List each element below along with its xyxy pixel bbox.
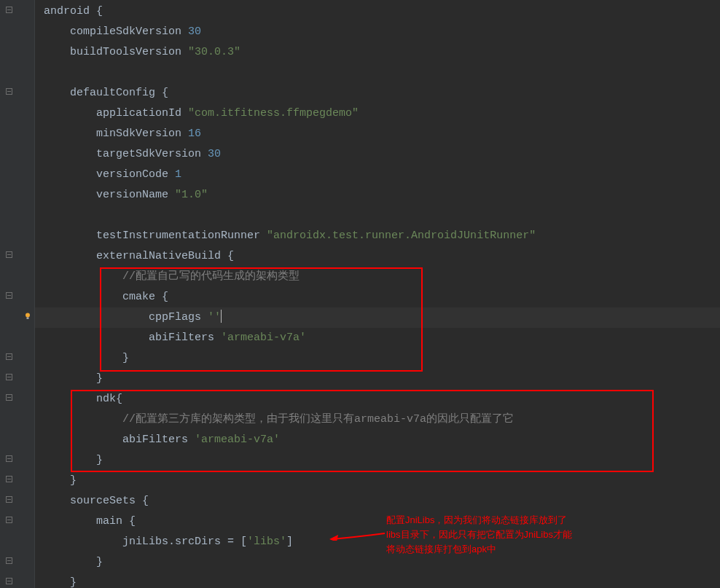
code-line[interactable]: defaultConfig { (35, 83, 720, 103)
fold-toggle-icon[interactable] (6, 353, 12, 360)
code-line[interactable]: abiFilters 'armeabi-v7a' (35, 328, 720, 348)
code-line[interactable]: minSdkVersion 16 (35, 124, 720, 144)
code-line[interactable]: buildToolsVersion "30.0.3" (35, 42, 720, 63)
code-line[interactable] (35, 63, 720, 83)
fold-toggle-icon[interactable] (6, 292, 12, 299)
fold-toggle-icon[interactable] (6, 7, 12, 13)
fold-toggle-icon[interactable] (6, 496, 12, 503)
fold-toggle-icon[interactable] (6, 88, 12, 95)
svg-rect-1 (27, 318, 29, 319)
code-line[interactable]: } (35, 552, 720, 573)
code-line[interactable]: versionCode 1 (35, 165, 720, 185)
code-line[interactable]: android { (35, 1, 720, 22)
code-line[interactable]: } (35, 573, 720, 588)
code-line[interactable]: cmake { (35, 287, 720, 307)
code-line[interactable]: compileSdkVersion 30 (35, 22, 720, 42)
fold-toggle-icon[interactable] (6, 517, 12, 523)
fold-toggle-icon[interactable] (6, 557, 12, 564)
code-editor[interactable]: android { compileSdkVersion 30 buildTool… (35, 0, 720, 588)
fold-toggle-icon[interactable] (6, 374, 12, 380)
annotation-text: 配置JniLibs，因为我们将动态链接库放到了 libs目录下，因此只有把它配置… (386, 513, 572, 557)
fold-toggle-icon[interactable] (6, 476, 12, 482)
fold-toggle-icon[interactable] (6, 394, 12, 401)
code-line[interactable]: targetSdkVersion 30 (35, 144, 720, 165)
fold-toggle-icon[interactable] (6, 455, 12, 462)
text-cursor (221, 310, 222, 323)
editor-gutter (0, 0, 35, 588)
code-line[interactable]: versionName "1.0" (35, 185, 720, 205)
fold-toggle-icon[interactable] (6, 578, 12, 584)
code-line[interactable]: main { (35, 511, 720, 532)
code-line[interactable]: } (35, 348, 720, 369)
code-line[interactable]: //配置自己写的代码生成的架构类型 (35, 267, 720, 287)
code-line[interactable]: } (35, 471, 720, 491)
code-line[interactable]: //配置第三方库的架构类型，由于我们这里只有armeabi-v7a的因此只配置了… (35, 409, 720, 430)
intention-bulb-icon[interactable] (23, 312, 32, 321)
code-line[interactable]: applicationId "com.itfitness.ffmpegdemo" (35, 103, 720, 124)
code-line[interactable]: abiFilters 'armeabi-v7a' (35, 430, 720, 450)
code-line[interactable] (35, 205, 720, 226)
code-line[interactable]: cppFlags '' (35, 307, 720, 328)
code-line[interactable]: externalNativeBuild { (35, 246, 720, 267)
code-line[interactable]: } (35, 369, 720, 389)
code-line[interactable]: ndk{ (35, 389, 720, 409)
code-line[interactable]: testInstrumentationRunner "androidx.test… (35, 226, 720, 246)
svg-point-0 (26, 313, 30, 318)
code-line[interactable]: jniLibs.srcDirs = ['libs'] (35, 532, 720, 552)
code-line[interactable]: sourceSets { (35, 491, 720, 511)
code-line[interactable]: } (35, 450, 720, 471)
fold-toggle-icon[interactable] (6, 251, 12, 258)
